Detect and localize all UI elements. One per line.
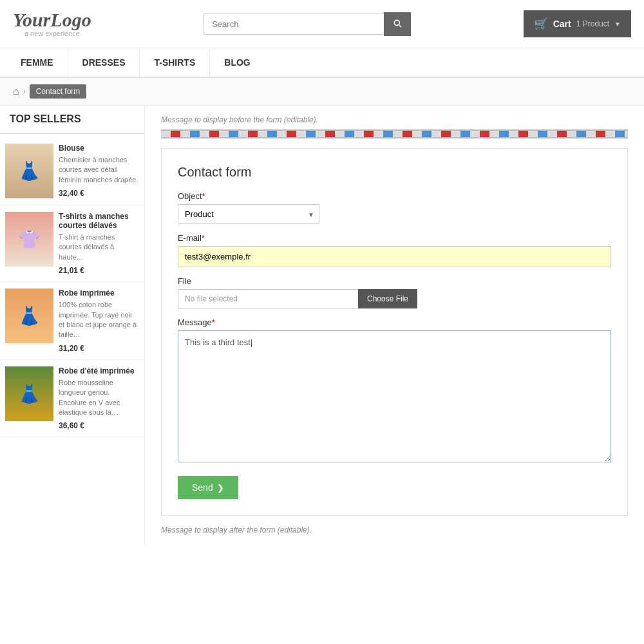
nav-item-tshirts[interactable]: T-SHIRTS [140,48,210,77]
logo-tagline: a new experience [13,30,91,37]
product-desc: Robe mousseline longueur genou. Encolure… [59,378,139,418]
before-form-message: Message to display before the form (edit… [161,115,628,124]
product-info: Blouse Chemisier à manches courtes avec … [59,144,139,198]
form-title: Contact form [178,165,611,180]
nav-item-femme[interactable]: FEMME [6,48,68,77]
product-price: 31,20 € [59,344,139,353]
list-item[interactable]: 👗 Blouse Chemisier à manches courtes ave… [0,137,144,205]
email-field-group: E-mail* [178,233,611,267]
cart-button[interactable]: 🛒 Cart 1 Product ▼ [524,10,631,37]
list-item[interactable]: 👚 T-shirts à manches courtes délavés T-s… [0,205,144,282]
message-required: * [212,317,215,327]
product-image: 👚 [5,212,53,267]
file-label: File [178,276,611,286]
product-info: Robe d'été imprimée Robe mousseline long… [59,366,139,431]
search-input[interactable] [204,14,384,35]
product-price: 21,01 € [59,266,139,275]
logo-main-text: YourLogo [13,10,91,30]
nav-bar: FEMME DRESSES T-SHIRTS BLOG [0,48,644,78]
send-arrow-icon: ❯ [217,483,224,493]
object-field-group: Object* Product Order Delivery Other ▼ [178,191,611,224]
header: YourLogo a new experience 🛒 Cart 1 Produ… [0,0,644,48]
breadcrumb-separator: › [23,87,26,96]
product-desc: Chemisier à manches courtes avec détail … [59,155,139,185]
contact-form-container: Contact form Object* Product Order Deliv… [161,148,628,516]
email-label: E-mail* [178,233,611,243]
search-icon [392,18,402,28]
cart-count: 1 Product [576,19,609,28]
product-name: Robe d'été imprimée [59,366,139,375]
message-field-group: Message* This is a third test| [178,317,611,464]
logo[interactable]: YourLogo a new experience [13,10,91,37]
message-label: Message* [178,317,611,327]
email-required: * [202,233,205,243]
envelope-border [161,129,628,138]
choose-file-button[interactable]: Choose File [358,289,417,308]
product-image: 👗 [5,289,53,343]
product-image: 👗 [5,144,53,198]
product-desc: 100% coton robe imprimée. Top rayé noir … [59,300,139,340]
product-info: Robe imprimée 100% coton robe imprimée. … [59,289,139,353]
cart-label: Cart [553,19,571,29]
object-label: Object* [178,191,611,201]
object-required: * [202,191,205,201]
product-name: Robe imprimée [59,289,139,298]
product-price: 32,40 € [59,189,139,198]
file-placeholder-text: No file selected [178,289,358,308]
breadcrumb-current: Contact form [30,84,87,99]
content-area: Message to display before the form (edit… [145,106,644,544]
list-item[interactable]: 👗 Robe imprimée 100% coton robe imprimée… [0,282,144,360]
after-form-message: Message to display after the form (edita… [161,526,628,535]
list-item[interactable]: 👗 Robe d'été imprimée Robe mousseline lo… [0,360,144,438]
nav-item-dresses[interactable]: DRESSES [68,48,140,77]
email-input[interactable] [178,246,611,267]
breadcrumb: ⌂ › Contact form [0,78,644,106]
nav-item-blog[interactable]: BLOG [210,48,264,77]
sidebar: TOP SELLERS 👗 Blouse Chemisier à manches… [0,106,145,544]
file-input-row: No file selected Choose File [178,289,611,308]
search-area [204,12,411,36]
file-field-group: File No file selected Choose File [178,276,611,308]
sidebar-title: TOP SELLERS [0,106,144,134]
send-label: Send [192,482,213,493]
product-image: 👗 [5,366,53,421]
search-button[interactable] [384,12,411,36]
product-name: T-shirts à manches courtes délavés [59,212,139,230]
object-select[interactable]: Product Order Delivery Other [178,204,319,224]
product-price: 36,60 € [59,421,139,430]
send-button[interactable]: Send ❯ [178,476,238,499]
product-desc: T-shirt à manches courtes délavés à haut… [59,232,139,262]
main-layout: TOP SELLERS 👗 Blouse Chemisier à manches… [0,106,644,544]
breadcrumb-home-icon[interactable]: ⌂ [13,86,19,97]
cart-dropdown-icon: ▼ [614,21,621,28]
select-wrapper: Product Order Delivery Other ▼ [178,204,319,224]
cart-icon: 🛒 [534,17,548,31]
product-name: Blouse [59,144,139,153]
message-textarea[interactable]: This is a third test| [178,330,611,462]
product-info: T-shirts à manches courtes délavés T-shi… [59,212,139,275]
